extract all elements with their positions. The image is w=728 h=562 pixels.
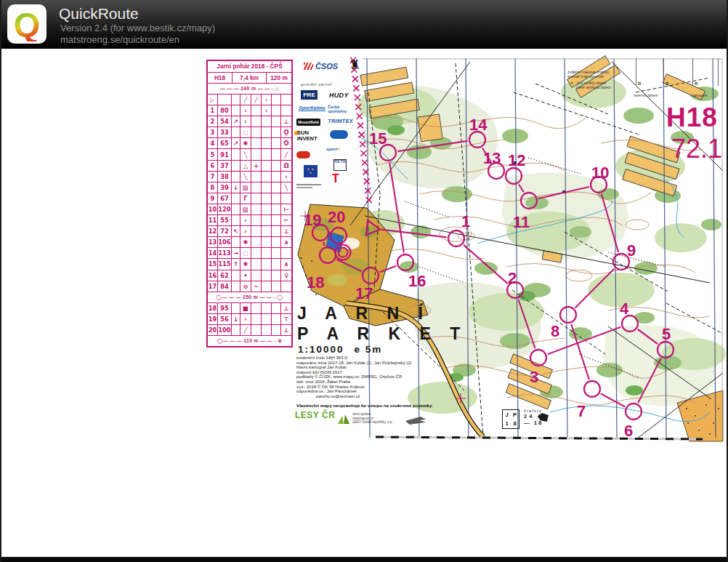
- reserve-column-line: [718, 58, 719, 86]
- lesy-cr-text: lesní správawww.lesycr.czLESY České repu…: [352, 412, 392, 425]
- svg-text:6: 6: [624, 422, 633, 440]
- jp-letter: P: [513, 412, 517, 418]
- jp-letter: J: [505, 412, 508, 418]
- jp18-event-box: J P 1 8: [502, 409, 519, 429]
- reserve-column-line: [663, 58, 664, 86]
- logo-red-oval: [296, 151, 310, 158]
- logo-csos: ČSOS: [304, 62, 338, 71]
- trees-icon: [339, 414, 349, 425]
- logo-sun-invent: SUN INVENT: [297, 130, 322, 141]
- svg-text:2: 2: [508, 269, 517, 287]
- window-bottom-bar: [1, 557, 727, 562]
- quickroute-window: Q QuickRoute Version 2.4 (for www.bestik…: [0, 0, 728, 562]
- svg-text:14: 14: [469, 116, 488, 134]
- city-emblem-icon: ♜: [349, 57, 362, 73]
- app-title: QuickRoute: [59, 5, 139, 23]
- card-control-row: 1956↓›⊤: [208, 314, 291, 325]
- svg-text:8: 8: [551, 322, 559, 340]
- map-equidistance: e 5m: [355, 344, 383, 355]
- map-imprint: evidenční číslo 18|H 383 Omapováno zima …: [296, 356, 467, 398]
- logo-sport: sport✦: [326, 146, 341, 151]
- card-control-row: 1272↖›⊥: [208, 226, 291, 237]
- card-control-row: 15115↑✱∧: [208, 259, 291, 270]
- special-symbol-item-en: other artificial object: [576, 85, 611, 89]
- lesy-cr-logo: LESY ČR lesní správawww.lesycr.czLESY Če…: [295, 410, 393, 425]
- quickroute-logo-icon: Q: [14, 7, 41, 41]
- reserve-column-line: [692, 58, 693, 86]
- card-control-row: 180›‹: [208, 105, 291, 116]
- card-class: H18: [208, 73, 232, 83]
- jp-letter: 8: [513, 420, 516, 427]
- card-distance-row: ◯— — — 250 m — —→◯: [208, 292, 291, 303]
- logo-trimtex: TRIMTEX: [328, 118, 353, 124]
- card-class-row: H18 7,4 km 120 m: [208, 73, 291, 84]
- card-control-row: 1895■⊥: [208, 303, 291, 314]
- app-url-line: matstroeng.se/quickroute/en: [60, 34, 179, 45]
- card-control-row: 839↓▨╲: [208, 182, 291, 193]
- card-control-row: 637△+Ω: [208, 161, 291, 172]
- svg-text:18: 18: [307, 273, 324, 292]
- map-title-line2: P A R K E T: [297, 324, 467, 344]
- reserve-column-line: [636, 58, 636, 86]
- special-symbols-note: zvláštní mapové značky special map symbo…: [567, 70, 611, 89]
- logo-red-t: T: [332, 172, 339, 185]
- svg-text:3: 3: [530, 368, 538, 386]
- csos-stripes-icon: [304, 63, 313, 70]
- svg-text:4: 4: [620, 300, 629, 318]
- card-control-row: 967Γ: [208, 193, 291, 204]
- title-bar: Q QuickRoute Version 2.4 (for www.bestik…: [1, 0, 727, 49]
- card-control-row: 14113→◌: [208, 248, 291, 259]
- card-climb: 120 m: [267, 73, 291, 83]
- svg-text:11: 11: [513, 213, 530, 231]
- svg-text:20: 20: [328, 208, 345, 226]
- jp-letter: 1: [505, 420, 508, 427]
- csos-label: ČSOS: [315, 62, 338, 71]
- card-control-row: 20100╱⊥: [208, 325, 291, 336]
- eu-flag-logo: ★ ★ ★: [304, 165, 318, 177]
- logo-sportisimo: Sportisimo: [299, 105, 325, 111]
- card-control-row: 254↗›⊥: [208, 116, 291, 127]
- logo-unreadable-text: [296, 184, 321, 185]
- category-caption: kategorie: [692, 93, 708, 97]
- reserve-r: R: [666, 81, 668, 86]
- card-control-row: 333◌Ǫ: [208, 127, 291, 138]
- svg-text:17: 17: [355, 284, 373, 302]
- route-value: 72.1: [671, 134, 722, 164]
- card-control-row: 591╲╱: [208, 149, 291, 160]
- map-warning: Vlastnictví mapy neopravňuje ke vstupu n…: [296, 403, 433, 408]
- card-distance-row: — — — 240 m — —→△: [208, 84, 291, 95]
- card-title: Jarní pohár 2018 - ČPŠ: [208, 61, 291, 73]
- card-rows: — — — 240 m — —→△▷╱╱‹180›‹254↗›⊥333◌Ǫ465…: [208, 84, 291, 346]
- card-control-row: 1784⊖~: [208, 281, 291, 292]
- card-control-row: 10120▨⊢: [208, 204, 291, 215]
- reserve-r: R: [638, 81, 641, 86]
- reserve-r: R: [695, 81, 697, 86]
- logo-toi-toi: TOI TOI: [333, 159, 347, 171]
- special-symbols-en: special map symbols: [567, 74, 611, 79]
- card-control-row: ▷╱╱‹: [208, 95, 291, 105]
- svg-text:19: 19: [304, 211, 321, 229]
- svg-text:10: 10: [591, 164, 609, 182]
- relay-total: — 18: [524, 420, 543, 426]
- map-scale-line: 1:10000e 5m: [298, 344, 382, 355]
- map-title-line1: J A R N Í: [297, 304, 430, 324]
- relay-counts: 24 3: [524, 413, 543, 420]
- relay-stats: štafety 24 3 — 18: [524, 409, 543, 426]
- card-control-row: 1662•♀: [208, 270, 291, 281]
- sponsors-caption: generální partneři: [301, 83, 332, 87]
- card-control-row: 1155›⌐: [208, 215, 291, 226]
- svg-text:9: 9: [627, 241, 636, 260]
- card-control-row: 738╲‹: [208, 172, 291, 182]
- svg-text:5: 5: [662, 325, 671, 343]
- quickroute-logo: Q: [7, 4, 46, 44]
- svg-text:13: 13: [483, 149, 501, 167]
- eu-stars-icon: ★ ★ ★: [305, 168, 316, 174]
- card-length: 7,4 km: [232, 73, 267, 83]
- map-scan: 1234567891011121314151617181920 Jarní po…: [201, 49, 728, 451]
- logo-blue-oval: [330, 130, 348, 139]
- svg-text:7: 7: [577, 402, 586, 420]
- card-control-row: 465↗✱Ȯ: [208, 138, 291, 149]
- course-category: H18: [666, 103, 718, 133]
- logo-pre: PRE: [301, 90, 318, 100]
- svg-text:12: 12: [508, 151, 525, 169]
